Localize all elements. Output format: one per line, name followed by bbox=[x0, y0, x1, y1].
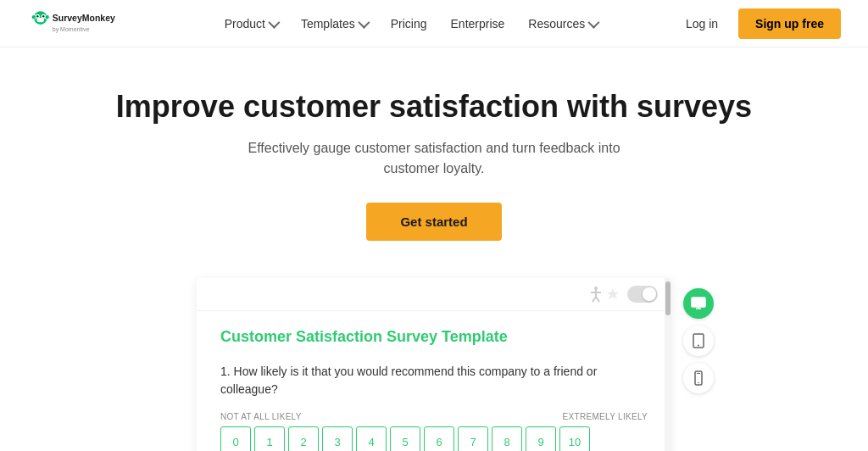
rating-row: NOT AT ALL LIKELY EXTREMELY LIKELY 01234… bbox=[220, 412, 648, 451]
desktop-view-button[interactable] bbox=[683, 288, 714, 319]
navbar: SurveyMonkey by Momentive Product Templa… bbox=[0, 0, 868, 47]
nav-enterprise-label: Enterprise bbox=[451, 17, 505, 31]
nav-auth: Log in Sign up free bbox=[676, 8, 841, 39]
rating-box-9[interactable]: 9 bbox=[526, 426, 556, 451]
accessibility-icon bbox=[587, 285, 619, 303]
svg-point-7 bbox=[45, 14, 49, 19]
preview-card: Customer Satisfaction Survey Template 1.… bbox=[197, 278, 671, 451]
logo[interactable]: SurveyMonkey by Momentive bbox=[27, 8, 146, 39]
rating-box-5[interactable]: 5 bbox=[390, 426, 420, 451]
chevron-down-icon bbox=[588, 16, 600, 28]
nav-item-product[interactable]: Product bbox=[214, 10, 287, 37]
nav-item-enterprise[interactable]: Enterprise bbox=[441, 10, 515, 37]
preview-toolbar bbox=[197, 278, 671, 311]
side-icons bbox=[683, 288, 714, 393]
nav-resources-label: Resources bbox=[528, 17, 585, 31]
survey-title: Customer Satisfaction Survey Template bbox=[220, 328, 648, 346]
nav-pricing-label: Pricing bbox=[391, 17, 427, 31]
toggle-switch[interactable] bbox=[627, 286, 658, 303]
nav-item-templates[interactable]: Templates bbox=[291, 10, 377, 37]
nav-item-pricing[interactable]: Pricing bbox=[381, 10, 437, 37]
rating-box-7[interactable]: 7 bbox=[458, 426, 488, 451]
preview-content: Customer Satisfaction Survey Template 1.… bbox=[197, 311, 671, 451]
hero-section: Improve customer satisfaction with surve… bbox=[0, 47, 868, 261]
rating-box-0[interactable]: 0 bbox=[220, 426, 251, 451]
svg-point-21 bbox=[698, 382, 699, 384]
preview-wrapper: Customer Satisfaction Survey Template 1.… bbox=[0, 261, 868, 451]
survey-question: 1. How likely is it that you would recom… bbox=[220, 363, 648, 398]
svg-text:by Momentive: by Momentive bbox=[53, 25, 90, 32]
rating-label-high: EXTREMELY LIKELY bbox=[563, 412, 648, 421]
svg-point-19 bbox=[698, 345, 699, 347]
rating-box-2[interactable]: 2 bbox=[288, 426, 319, 451]
svg-point-5 bbox=[36, 18, 44, 22]
svg-point-6 bbox=[31, 14, 36, 19]
rating-box-10[interactable]: 10 bbox=[559, 426, 590, 451]
svg-point-4 bbox=[42, 14, 45, 17]
mobile-view-button[interactable] bbox=[683, 363, 714, 393]
get-started-button[interactable]: Get started bbox=[366, 203, 501, 241]
svg-point-10 bbox=[594, 287, 598, 290]
hero-title: Improve customer satisfaction with surve… bbox=[17, 88, 851, 125]
svg-line-14 bbox=[596, 297, 599, 302]
preview-outer: Customer Satisfaction Survey Template 1.… bbox=[197, 278, 671, 451]
rating-box-3[interactable]: 3 bbox=[322, 426, 353, 451]
signup-button[interactable]: Sign up free bbox=[738, 8, 841, 39]
rating-boxes: 012345678910 bbox=[220, 426, 648, 451]
scrollbar[interactable] bbox=[665, 278, 671, 451]
rating-labels: NOT AT ALL LIKELY EXTREMELY LIKELY bbox=[220, 412, 648, 421]
chevron-down-icon bbox=[358, 16, 370, 28]
toggle-knob bbox=[643, 287, 656, 301]
rating-label-low: NOT AT ALL LIKELY bbox=[220, 412, 302, 421]
login-button[interactable]: Log in bbox=[676, 10, 728, 37]
nav-templates-label: Templates bbox=[301, 17, 355, 31]
svg-rect-15 bbox=[692, 298, 705, 307]
svg-text:SurveyMonkey: SurveyMonkey bbox=[53, 13, 115, 23]
rating-box-4[interactable]: 4 bbox=[356, 426, 387, 451]
nav-product-label: Product bbox=[225, 17, 265, 31]
chevron-down-icon bbox=[268, 16, 280, 28]
rating-box-8[interactable]: 8 bbox=[492, 426, 522, 451]
nav-item-resources[interactable]: Resources bbox=[518, 10, 607, 37]
tablet-view-button[interactable] bbox=[683, 326, 714, 356]
rating-box-6[interactable]: 6 bbox=[424, 426, 454, 451]
rating-box-1[interactable]: 1 bbox=[254, 426, 285, 451]
svg-point-3 bbox=[36, 14, 39, 17]
scroll-thumb bbox=[665, 281, 670, 315]
nav-links: Product Templates Pricing Enterprise Res… bbox=[214, 10, 608, 37]
hero-subtitle: Effectively gauge customer satisfaction … bbox=[239, 138, 629, 179]
